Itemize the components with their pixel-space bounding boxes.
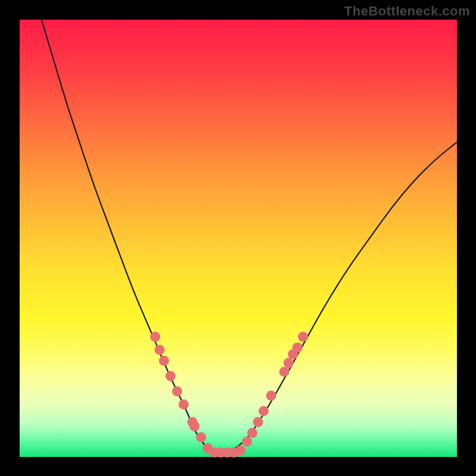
data-dot [165, 371, 176, 381]
data-dot [159, 356, 169, 366]
watermark-text: TheBottleneck.com [345, 4, 470, 19]
data-dot [178, 399, 189, 409]
data-dot [284, 358, 294, 368]
data-dot [259, 406, 269, 416]
data-dot [190, 421, 200, 431]
data-dot [155, 345, 165, 355]
data-dot [196, 432, 206, 442]
dots-left-group [150, 331, 206, 442]
dots-right-group [242, 331, 308, 446]
data-dot [266, 391, 276, 401]
data-dot [248, 428, 258, 438]
data-dot [298, 331, 308, 342]
data-dot [236, 446, 246, 456]
data-dot [279, 367, 289, 377]
data-dot [150, 331, 160, 342]
data-dot [292, 343, 302, 353]
data-dot [172, 386, 182, 396]
chart-area [20, 20, 457, 457]
data-dot [242, 437, 252, 447]
bottleneck-curve-svg [20, 20, 457, 457]
bottleneck-curve-path [42, 20, 457, 453]
data-dot [253, 417, 263, 427]
